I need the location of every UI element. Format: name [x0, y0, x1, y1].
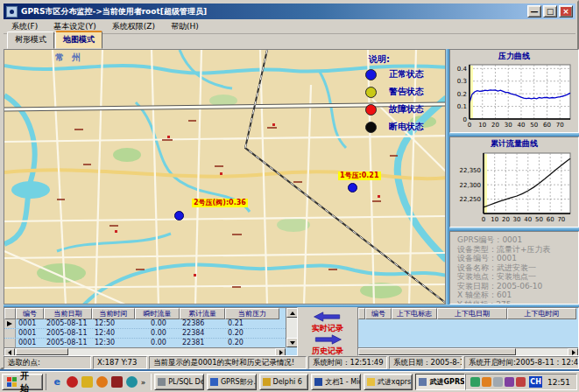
status-startup-time: 系统开启时间:2005-8-11 : 12:49:59: [464, 356, 579, 369]
svg-text:0: 0: [463, 116, 467, 123]
svg-text:50: 50: [530, 122, 538, 129]
internet-explorer-icon[interactable]: e: [52, 376, 63, 388]
gprs-app-icon: [419, 378, 427, 386]
image-viewer-icon[interactable]: [81, 376, 93, 388]
language-indicator[interactable]: CH: [529, 376, 542, 388]
info-value: 2005-06-10: [497, 282, 542, 290]
table-row[interactable]: 0001 2005-08-11 12:40 0.00 22384 0.20: [4, 329, 286, 339]
quick-launch-bar: e »: [46, 374, 152, 390]
info-value: 武进安装一: [497, 263, 536, 272]
next-arrow-button[interactable]: [310, 334, 345, 345]
taskbar-item-word[interactable]: 文档1 - Mic...: [311, 374, 361, 390]
city-map[interactable]: 常州 说明: 正常状态 警告状态 故障状态 断电状态: [4, 49, 446, 304]
svg-text:0.2: 0.2: [457, 91, 467, 98]
info-label: 安装日期：: [457, 282, 497, 290]
tray-app-icon[interactable]: [505, 377, 514, 387]
browser-icon[interactable]: [96, 376, 108, 388]
svg-text:30: 30: [513, 216, 521, 223]
info-label: 设备名称：: [457, 263, 497, 272]
svg-text:22,250: 22,250: [460, 196, 482, 203]
tray-messenger-icon[interactable]: [516, 377, 526, 387]
svg-text:22,300: 22,300: [460, 182, 482, 189]
info-label: GPRS编号：: [457, 235, 502, 244]
app-window: GPRS市区分布监控->当前使用者root[超级管理员] — □ × 系统(F)…: [0, 0, 579, 369]
tray-antivirus-icon[interactable]: [470, 377, 480, 387]
svg-text:10: 10: [491, 216, 498, 223]
svg-text:0.3: 0.3: [457, 78, 467, 85]
power-table-hscrollbar[interactable]: [358, 347, 578, 355]
poweroff-status-dot-icon: [365, 122, 377, 133]
pressure-chart: 00.10.20.30.4010203040506070: [452, 61, 575, 130]
normal-status-dot-icon: [365, 69, 377, 80]
start-button[interactable]: 开始: [2, 374, 43, 390]
power-log-table: 编号 上下电标志 上下电日期 上下电时间: [357, 307, 579, 356]
previous-arrow-button[interactable]: [310, 312, 345, 322]
marker-1-label[interactable]: 1号压:0.21: [338, 172, 381, 180]
status-display-info: 当前显示的是0001的实时和历史记录情况!: [149, 356, 307, 369]
volume-icon[interactable]: [493, 377, 503, 387]
svg-text:22,350: 22,350: [460, 167, 482, 174]
warning-status-dot-icon: [365, 87, 377, 98]
info-label: 设备编号：: [457, 254, 497, 262]
scroll-left-icon: [8, 350, 11, 355]
minimize-button[interactable]: —: [527, 5, 541, 18]
info-value: 0001: [502, 235, 522, 244]
mail-icon[interactable]: [111, 376, 123, 388]
mode-tabs: 树形模式 地图模式: [4, 34, 575, 49]
table-row[interactable]: 0001 2005-08-11 12:50 0.00 22386 0.21: [4, 319, 286, 329]
flow-chart: 22,25022,30022,350010203040506070: [452, 149, 575, 224]
info-value: 601: [497, 290, 512, 299]
legend-title: 说明:: [369, 53, 446, 66]
marker-2-label[interactable]: 2号压(阀):0.36: [192, 199, 248, 207]
info-label: X 轴坐标：: [457, 290, 497, 299]
realtime-table-hscrollbar[interactable]: [4, 347, 286, 355]
marker-1-dot[interactable]: [348, 183, 357, 192]
pressure-chart-panel: 压力曲线 00.10.20.30.4010203040506070: [449, 49, 579, 133]
legend-item-warning: 警告状态: [358, 83, 446, 101]
close-button[interactable]: ×: [559, 5, 573, 18]
svg-text:20: 20: [502, 216, 510, 223]
realtime-table-header: 编号 当前日期 当前时间 瞬时流量 累计流量 当前压力: [4, 308, 286, 319]
flow-chart-title: 累计流量曲线: [452, 138, 576, 149]
scroll-down-icon: [290, 341, 295, 345]
system-tray: CH 12:51: [465, 374, 577, 390]
scroll-right-icon: [572, 350, 575, 355]
taskbar-item-plsql[interactable]: PL/SQL Dev...: [154, 374, 204, 390]
svg-text:60: 60: [543, 122, 551, 129]
taskbar-item-folder[interactable]: 武进xqprs: [364, 374, 413, 390]
tray-update-icon[interactable]: [482, 377, 491, 387]
tab-tree-mode[interactable]: 树形模式: [7, 32, 54, 49]
svg-text:40: 40: [518, 122, 526, 129]
document-icon: [210, 378, 218, 386]
info-label: 安装地点：: [457, 272, 497, 281]
globe-icon[interactable]: [126, 376, 138, 388]
maximize-button[interactable]: □: [543, 5, 557, 18]
word-icon: [314, 378, 322, 386]
history-records-button[interactable]: 历史记录: [312, 346, 343, 356]
taskbar-clock: 12:51: [545, 378, 573, 387]
delphi-icon: [263, 378, 271, 386]
marker-2-dot[interactable]: [174, 211, 184, 220]
legend-item-normal: 正常状态: [358, 66, 446, 83]
svg-text:70: 70: [556, 122, 564, 129]
tab-map-mode[interactable]: 地图模式: [55, 31, 102, 49]
record-switch-panel: 实时记录 历史记录: [298, 307, 357, 356]
menu-permissions[interactable]: 系统权限(Z): [104, 19, 163, 34]
svg-text:0.4: 0.4: [457, 66, 468, 73]
scroll-right-icon: [279, 350, 283, 355]
info-label: 设备类型：: [457, 245, 497, 254]
device-info-panel: GPRS编号：0001 设备类型：流量计+压力表 设备编号：0001 设备名称：…: [449, 231, 579, 304]
taskbar-item-gprs-doc[interactable]: GPRS部分....: [207, 374, 257, 390]
status-selected-point: 选取的点:: [4, 356, 91, 369]
svg-text:40: 40: [524, 216, 532, 223]
taskbar-item-wujin-gprs[interactable]: 武进GPRS...: [415, 374, 465, 390]
menu-help[interactable]: 帮助(H): [163, 19, 207, 34]
quick-launch-more-icon[interactable]: »: [139, 378, 148, 387]
taskbar-item-delphi[interactable]: Delphi 6: [259, 374, 309, 390]
realtime-records-button[interactable]: 实时记录: [312, 323, 343, 333]
media-player-icon[interactable]: [67, 376, 78, 388]
flow-chart-panel: 累计流量曲线 22,25022,30022,350010203040506070: [449, 136, 579, 228]
realtime-table-vscrollbar[interactable]: [286, 308, 297, 347]
status-bar: 选取的点: X:187 Y:73 当前显示的是0001的实时和历史记录情况! 系…: [4, 356, 579, 369]
svg-text:60: 60: [547, 216, 554, 223]
